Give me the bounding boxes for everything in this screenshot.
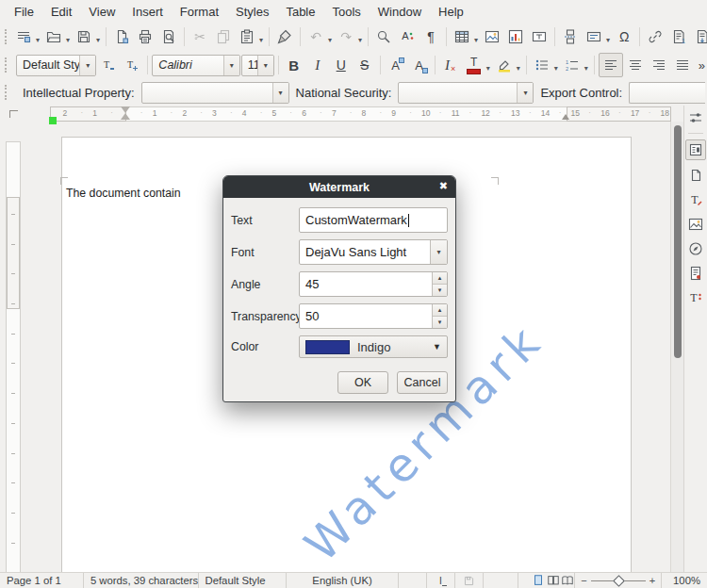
font-size-combo[interactable]: 11 ▾ <box>241 55 274 76</box>
menu-tools[interactable]: Tools <box>323 2 369 22</box>
subscript-icon[interactable]: A <box>408 54 431 76</box>
styles-deck-icon[interactable]: T <box>686 190 705 209</box>
save-status-icon[interactable] <box>455 573 484 588</box>
angle-spin-down[interactable]: ▾ <box>433 285 447 296</box>
save-dropdown[interactable]: ▾ <box>96 36 100 44</box>
watermark-color-dropdown[interactable]: Indigo ▼ <box>299 335 448 358</box>
bullet-list-dropdown[interactable]: ▾ <box>554 64 558 73</box>
watermark-font-combo[interactable]: DejaVu Sans Light ▾ <box>299 239 448 265</box>
accessibility-check-icon[interactable] <box>686 264 705 283</box>
single-page-view-icon[interactable] <box>532 574 546 588</box>
highlight-color-icon[interactable] <box>493 54 516 76</box>
menu-window[interactable]: Window <box>370 2 430 22</box>
insert-field-icon[interactable] <box>583 25 605 48</box>
clone-formatting-icon[interactable] <box>273 25 296 48</box>
font-size-dropdown[interactable]: ▾ <box>257 56 273 75</box>
toolbar-overflow-icon[interactable]: » <box>699 59 705 72</box>
paragraph-style-combo[interactable]: Default Style ▾ <box>16 55 96 76</box>
insert-image-icon[interactable] <box>481 25 503 48</box>
undo-icon[interactable]: ↶ <box>304 25 327 48</box>
insert-footnote-icon[interactable]: 1 <box>667 25 690 48</box>
insert-hyperlink-icon[interactable] <box>644 25 666 48</box>
indent-marker[interactable] <box>121 106 130 113</box>
italic-icon[interactable]: I <box>306 54 329 76</box>
zoom-slider[interactable]: − + <box>574 573 662 588</box>
align-right-icon[interactable] <box>648 54 670 76</box>
clear-formatting-icon[interactable]: I× <box>439 54 462 76</box>
transparency-spin-up[interactable]: ▴ <box>433 304 447 317</box>
toolbar-grip[interactable] <box>5 57 10 73</box>
insert-chart-icon[interactable] <box>504 25 527 48</box>
menu-styles[interactable]: Styles <box>227 2 277 22</box>
font-name-dropdown[interactable]: ▾ <box>223 56 239 75</box>
paragraph-style-dropdown[interactable]: ▾ <box>79 56 95 75</box>
scrollbar-thumb[interactable] <box>674 125 682 358</box>
selection-mode-icon[interactable]: I <box>427 573 455 588</box>
redo-dropdown[interactable]: ▾ <box>358 36 362 44</box>
numbered-list-dropdown[interactable]: ▾ <box>584 64 588 73</box>
paste-icon[interactable] <box>236 25 258 48</box>
print-icon[interactable] <box>134 25 156 48</box>
toolbar-grip[interactable] <box>5 29 7 44</box>
insert-endnote-icon[interactable] <box>691 25 707 48</box>
cancel-button[interactable]: Cancel <box>397 371 448 394</box>
navigator-deck-icon[interactable] <box>686 239 705 258</box>
font-name-combo[interactable]: Calibri ▾ <box>152 55 239 76</box>
status-language[interactable]: English (UK) <box>287 573 398 588</box>
zoom-slider-handle[interactable] <box>613 575 625 587</box>
formatting-marks-icon[interactable]: ¶ <box>419 25 442 48</box>
bullet-list-icon[interactable] <box>531 54 553 76</box>
font-color-dropdown[interactable]: ▾ <box>486 64 490 73</box>
export-pdf-icon[interactable] <box>110 25 133 48</box>
font-combo-dropdown[interactable]: ▾ <box>430 240 447 264</box>
paste-dropdown[interactable]: ▾ <box>259 36 263 44</box>
justify-icon[interactable] <box>671 54 694 76</box>
bold-icon[interactable]: B <box>283 54 305 76</box>
update-style-icon[interactable]: T <box>97 54 120 76</box>
highlight-color-dropdown[interactable]: ▾ <box>517 64 520 73</box>
new-document-dropdown[interactable]: ▾ <box>36 36 40 44</box>
national-security-dropdown[interactable]: ▾ <box>517 83 533 103</box>
sidebar-settings-icon[interactable] <box>686 108 705 127</box>
ok-button[interactable]: OK <box>337 371 388 394</box>
angle-spin-up[interactable]: ▴ <box>433 272 447 285</box>
numbered-list-icon[interactable]: 12 <box>561 54 584 76</box>
find-replace-icon[interactable] <box>372 25 395 48</box>
insert-table-dropdown[interactable]: ▾ <box>474 36 478 44</box>
transparency-spin-down[interactable]: ▾ <box>433 317 447 328</box>
zoom-in-icon[interactable]: + <box>649 575 655 586</box>
align-left-icon[interactable] <box>599 53 623 77</box>
save-icon[interactable] <box>73 25 95 48</box>
status-word-count[interactable]: 5 words, 39 characters <box>84 573 199 588</box>
superscript-icon[interactable]: A <box>385 54 407 76</box>
insert-textbox-icon[interactable] <box>528 25 551 48</box>
open-icon[interactable] <box>42 25 65 48</box>
export-control-field[interactable] <box>629 82 705 104</box>
menu-file[interactable]: File <box>6 2 42 22</box>
cut-icon[interactable]: ✂ <box>189 25 211 48</box>
watermark-angle-spinner[interactable]: 45 ▴▾ <box>299 271 448 297</box>
menu-format[interactable]: Format <box>172 2 227 22</box>
document-text[interactable]: The document contain <box>66 187 181 200</box>
dialog-title-bar[interactable]: Watermark ✖ <box>223 176 455 198</box>
national-security-combo[interactable]: ▾ <box>398 82 534 104</box>
status-page-style[interactable]: Default Style <box>199 573 288 588</box>
align-center-icon[interactable] <box>624 54 647 76</box>
toolbar-grip[interactable] <box>5 85 11 100</box>
style-inspector-icon[interactable]: T <box>686 288 705 307</box>
watermark-text-input[interactable]: CustomWatermark <box>299 207 448 233</box>
strikethrough-icon[interactable]: S <box>354 54 376 76</box>
menu-insert[interactable]: Insert <box>123 2 172 22</box>
status-page-number[interactable]: Page 1 of 1 <box>0 573 84 588</box>
page-deck-icon[interactable] <box>686 166 705 185</box>
new-document-icon[interactable] <box>12 25 35 48</box>
undo-dropdown[interactable]: ▾ <box>328 36 332 44</box>
insert-table-icon[interactable] <box>451 25 473 48</box>
intellectual-property-combo[interactable]: ▾ <box>141 82 289 104</box>
tab-stop-type-selector[interactable] <box>9 110 18 118</box>
special-character-icon[interactable]: Ω <box>613 25 635 48</box>
copy-icon[interactable] <box>212 25 235 48</box>
new-style-icon[interactable]: T <box>121 54 143 76</box>
right-margin-marker[interactable] <box>562 114 569 120</box>
gallery-deck-icon[interactable] <box>686 215 705 234</box>
